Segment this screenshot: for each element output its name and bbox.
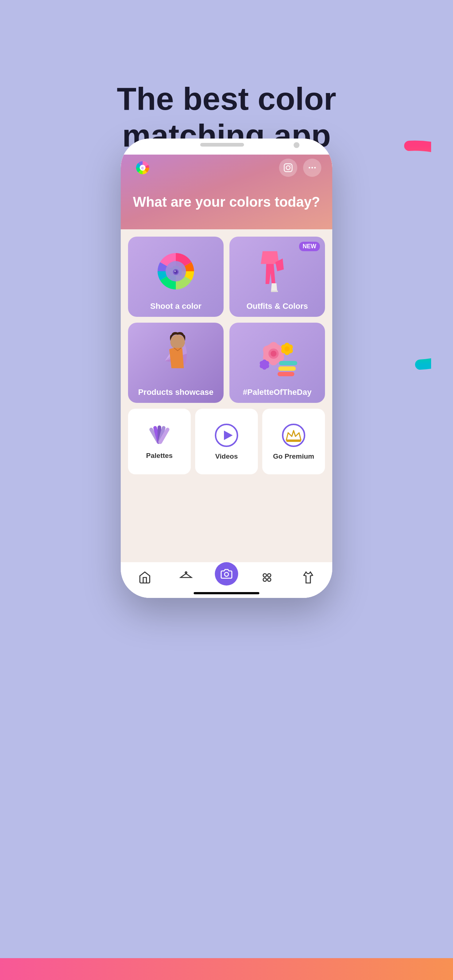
- svg-marker-52: [286, 431, 301, 440]
- svg-rect-41: [279, 361, 297, 365]
- shoot-color-label: Shoot a color: [128, 302, 223, 311]
- svg-point-16: [170, 335, 185, 349]
- palette-day-illustration: [230, 323, 325, 392]
- svg-point-6: [290, 165, 291, 166]
- app-header-question: What are your colors today?: [132, 193, 321, 211]
- products-showcase-label: Products showcase: [128, 388, 223, 397]
- videos-play-icon: [214, 423, 239, 448]
- feature-cards-grid: Shoot a color NEW: [128, 237, 325, 403]
- svg-point-8: [311, 167, 313, 169]
- videos-label: Videos: [215, 452, 238, 460]
- shoot-color-illustration: [128, 237, 223, 306]
- outfits-colors-card[interactable]: NEW: [230, 237, 325, 317]
- svg-point-33: [284, 346, 290, 352]
- svg-rect-53: [286, 440, 301, 442]
- svg-point-25: [271, 351, 276, 356]
- products-showcase-card[interactable]: Products showcase: [128, 323, 223, 403]
- premium-card[interactable]: Go Premium: [262, 409, 325, 474]
- videos-card[interactable]: Videos: [195, 409, 258, 474]
- svg-point-57: [267, 574, 271, 577]
- svg-rect-43: [278, 372, 294, 376]
- palettes-card[interactable]: Palettes: [128, 409, 191, 474]
- premium-label: Go Premium: [273, 452, 314, 460]
- nav-grid[interactable]: [255, 568, 279, 587]
- svg-point-59: [267, 578, 271, 582]
- new-badge: NEW: [299, 242, 320, 251]
- nav-camera-main[interactable]: [215, 562, 238, 585]
- palette-of-day-card[interactable]: #PaletteOfTheDay: [230, 323, 325, 403]
- nav-home[interactable]: [132, 568, 157, 587]
- svg-rect-4: [284, 164, 292, 172]
- bottom-strip: [0, 958, 453, 980]
- svg-rect-42: [278, 366, 296, 371]
- svg-point-9: [314, 167, 316, 169]
- shoot-color-card[interactable]: Shoot a color: [128, 237, 223, 317]
- svg-rect-12: [173, 266, 179, 269]
- phone-mockup: C: [121, 138, 332, 598]
- nav-wardrobe[interactable]: [174, 568, 198, 587]
- products-illustration: [128, 323, 223, 392]
- svg-point-15: [174, 270, 176, 272]
- phone-notch: [121, 138, 332, 154]
- svg-point-56: [263, 574, 266, 577]
- nav-outfit[interactable]: [296, 568, 321, 587]
- svg-point-5: [286, 166, 290, 170]
- small-cards-row: Palettes Videos: [128, 409, 325, 474]
- svg-point-7: [309, 167, 310, 169]
- palette-of-day-label: #PaletteOfTheDay: [230, 388, 325, 397]
- svg-point-55: [225, 573, 229, 576]
- home-indicator: [194, 592, 259, 594]
- svg-marker-50: [224, 431, 233, 440]
- palettes-label: Palettes: [146, 452, 173, 460]
- svg-text:C: C: [142, 166, 144, 170]
- header-top-row: C: [132, 157, 321, 179]
- bottom-navigation: [121, 562, 332, 598]
- app-screen: C: [121, 138, 332, 598]
- notch-pill: [200, 143, 244, 146]
- notch-circle: [293, 142, 300, 148]
- svg-point-14: [174, 270, 178, 274]
- outfits-colors-label: Outfits & Colors: [230, 302, 325, 311]
- phone-frame: C: [121, 138, 332, 598]
- palettes-icon: [147, 424, 172, 447]
- svg-point-40: [260, 361, 264, 365]
- svg-point-51: [283, 425, 305, 446]
- more-options-button[interactable]: [303, 159, 321, 177]
- premium-crown-icon: [281, 423, 306, 448]
- svg-point-58: [263, 578, 266, 582]
- header-action-icons: [279, 159, 321, 177]
- app-logo: C: [132, 157, 153, 179]
- app-body[interactable]: Shoot a color NEW: [121, 229, 332, 562]
- instagram-button[interactable]: [279, 159, 297, 177]
